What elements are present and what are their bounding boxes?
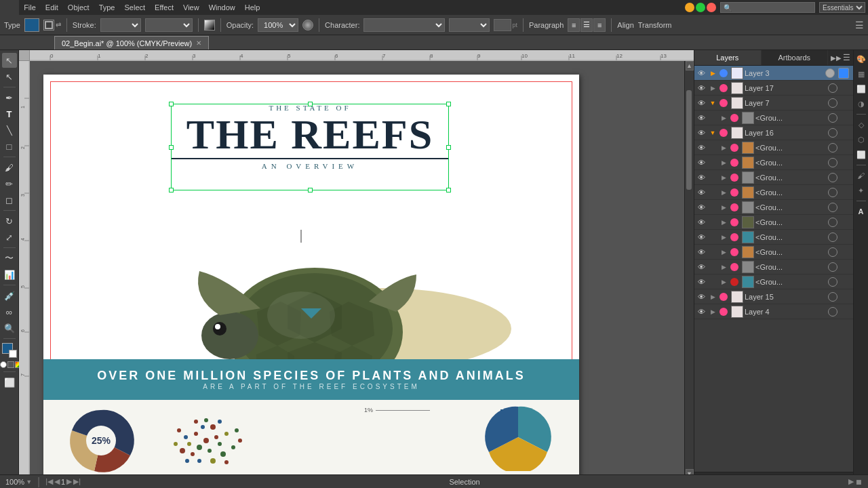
- layer-expand-grou5[interactable]: ▶: [719, 185, 728, 200]
- warp-tool[interactable]: 〜: [2, 251, 17, 266]
- next-button[interactable]: ▶: [66, 477, 72, 486]
- layer-expand-layer4[interactable]: ▶: [708, 304, 717, 319]
- direct-selection-tool[interactable]: ↖: [2, 69, 17, 84]
- layer-expand-layer7[interactable]: ▼: [708, 96, 717, 110]
- layer-item-layer17[interactable]: 👁 ▶ Layer 17: [694, 81, 853, 96]
- layer-target-grou2[interactable]: [828, 143, 837, 152]
- document-tab[interactable]: 02_Begin.ai* @ 100% (CMYK/Preview) ✕: [54, 36, 209, 49]
- align-center-button[interactable]: ☰: [580, 18, 593, 32]
- layer-expand-grou11[interactable]: ▶: [719, 274, 728, 289]
- type-tool[interactable]: T: [2, 106, 17, 121]
- layer-visibility-layer3[interactable]: 👁: [694, 66, 708, 81]
- stroke-weight-select[interactable]: [145, 18, 193, 32]
- layer-item-grou10[interactable]: 👁 ▶ <Grou...: [694, 260, 853, 274]
- artboards-tab[interactable]: Artboards: [762, 50, 829, 65]
- layer-target-grou7[interactable]: [828, 218, 837, 227]
- menu-window[interactable]: Window: [205, 2, 239, 13]
- layer-target-grou5[interactable]: [828, 188, 837, 197]
- menu-file[interactable]: File: [20, 2, 40, 13]
- layer-visibility-layer16[interactable]: 👁: [694, 125, 708, 140]
- layer-target-layer15[interactable]: [828, 292, 837, 302]
- layer-item-grou8[interactable]: 👁 ▶ <Grou...: [694, 230, 853, 245]
- layer-target-grou4[interactable]: [828, 173, 837, 182]
- close-tab-icon[interactable]: ✕: [196, 39, 201, 47]
- layer-target-layer3[interactable]: [825, 68, 835, 78]
- rotate-tool[interactable]: ↻: [2, 214, 17, 228]
- menu-help[interactable]: Help: [241, 2, 264, 13]
- layer-target-grou11[interactable]: [828, 277, 837, 287]
- maximize-button[interactable]: [696, 3, 705, 12]
- layer-target-grou10[interactable]: [828, 262, 837, 272]
- layer-visibility-grou4[interactable]: 👁: [694, 170, 708, 185]
- layers-panel-options-icon[interactable]: ☰: [843, 53, 850, 62]
- layers-tab[interactable]: Layers: [694, 50, 762, 65]
- minimize-button[interactable]: [685, 3, 694, 12]
- layer-target-layer16[interactable]: [828, 128, 837, 138]
- panel-options-icon[interactable]: ☰: [855, 20, 864, 30]
- graphic-styles-icon[interactable]: ⬡: [855, 134, 867, 146]
- prev-button[interactable]: ◀: [54, 477, 60, 486]
- layer-item-grou1[interactable]: 👁 ▶ <Grou...: [694, 110, 853, 125]
- layer-visibility-grou10[interactable]: 👁: [694, 260, 708, 274]
- layer-item-grou2[interactable]: 👁 ▶ <Grou...: [694, 140, 853, 155]
- menu-edit[interactable]: Edit: [41, 2, 62, 13]
- layer-visibility-layer7[interactable]: 👁: [694, 96, 708, 110]
- selection-handle-br[interactable]: [446, 188, 451, 192]
- menu-select[interactable]: Select: [120, 2, 149, 13]
- layer-item-layer7[interactable]: 👁 ▼ Layer 7: [694, 96, 853, 110]
- search-input[interactable]: [732, 4, 812, 12]
- appearance-panel-icon[interactable]: ◇: [855, 119, 867, 131]
- pencil-tool[interactable]: ✏: [2, 176, 17, 191]
- fill-swatch[interactable]: [24, 18, 39, 32]
- zoom-dropdown-icon[interactable]: ▼: [26, 479, 32, 485]
- eraser-tool[interactable]: ◻: [2, 192, 17, 207]
- font-size-input[interactable]: [494, 19, 511, 31]
- selection-handle-bm[interactable]: [308, 188, 313, 192]
- layer-item-layer3[interactable]: 👁 ▶ Layer 3: [694, 66, 853, 81]
- brushes-panel-icon[interactable]: 🖌: [855, 169, 867, 182]
- layer-visibility-layer15[interactable]: 👁: [694, 289, 708, 304]
- layer-visibility-grou2[interactable]: 👁: [694, 140, 708, 155]
- canvas-area[interactable]: 0 1 2 3 4 5 6 7 8: [19, 50, 694, 488]
- font-family-select[interactable]: [363, 18, 445, 32]
- layer-visibility-grou5[interactable]: 👁: [694, 185, 708, 200]
- vertical-scrollbar[interactable]: ▲ ▼: [684, 61, 694, 479]
- layer-expand-layer17[interactable]: ▶: [708, 81, 717, 96]
- artboard-tool[interactable]: ⬜: [2, 375, 17, 390]
- graph-tool[interactable]: 📊: [2, 267, 17, 282]
- type-panel-icon[interactable]: A: [855, 205, 867, 218]
- stroke-options[interactable]: [145, 18, 193, 32]
- playback-controls[interactable]: ▶ ⏹: [848, 477, 863, 486]
- layer-item-grou5[interactable]: 👁 ▶ <Grou...: [694, 185, 853, 200]
- page-navigation[interactable]: |◀ ◀ 1 ▶ ▶|: [45, 477, 81, 486]
- align-left-button[interactable]: ≡: [568, 18, 580, 32]
- layer-item-grou11[interactable]: 👁 ▶ <Grou...: [694, 274, 853, 289]
- layer-expand-grou2[interactable]: ▶: [719, 140, 728, 155]
- menu-view[interactable]: View: [179, 2, 203, 13]
- fill-mode-button[interactable]: [0, 361, 7, 368]
- none-mode-button[interactable]: [7, 361, 14, 368]
- color-selector[interactable]: [2, 343, 17, 358]
- layer-item-grou6[interactable]: 👁 ▶ <Grou...: [694, 200, 853, 215]
- layer-expand-grou8[interactable]: ▶: [719, 230, 728, 245]
- selection-tool[interactable]: ↖: [2, 53, 17, 68]
- scale-tool[interactable]: ⤢: [2, 230, 17, 245]
- menu-type[interactable]: Type: [95, 2, 119, 13]
- selection-handle-bl[interactable]: [169, 188, 174, 192]
- layer-visibility-layer17[interactable]: 👁: [694, 81, 708, 96]
- layer-item-grou4[interactable]: 👁 ▶ <Grou...: [694, 170, 853, 185]
- stop-button[interactable]: ⏹: [855, 478, 863, 486]
- layer-item-grou7[interactable]: 👁 ▶ <Grou...: [694, 215, 853, 230]
- layer-visibility-grou1[interactable]: 👁: [694, 110, 708, 125]
- stroke-swatch[interactable]: [43, 20, 54, 30]
- pen-tool[interactable]: ✒: [2, 90, 17, 105]
- layer-expand-grou10[interactable]: ▶: [719, 260, 728, 274]
- blend-tool[interactable]: ∞: [2, 304, 17, 319]
- layer-target-grou3[interactable]: [828, 158, 837, 167]
- line-tool[interactable]: ╲: [2, 123, 17, 138]
- layer-target-layer7[interactable]: [828, 98, 837, 108]
- play-button[interactable]: ▶: [848, 477, 854, 486]
- close-button[interactable]: [707, 3, 716, 12]
- layer-expand-grou7[interactable]: ▶: [719, 215, 728, 230]
- shape-tool[interactable]: □: [2, 139, 17, 154]
